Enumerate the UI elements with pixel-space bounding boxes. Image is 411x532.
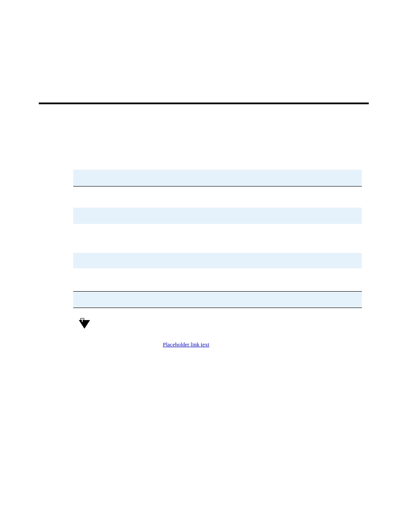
inline-hyperlink[interactable]: Placeholder link text [163,341,209,348]
header-rule [39,103,369,104]
downward-triangle-icon [78,317,91,330]
shaded-row-2 [73,208,362,224]
svg-rect-1 [81,318,84,320]
shaded-row-4 [73,291,362,308]
shaded-row-1 [73,170,362,187]
document-page: Placeholder link text [0,0,411,532]
shaded-row-3 [73,253,362,268]
svg-marker-0 [79,320,90,329]
